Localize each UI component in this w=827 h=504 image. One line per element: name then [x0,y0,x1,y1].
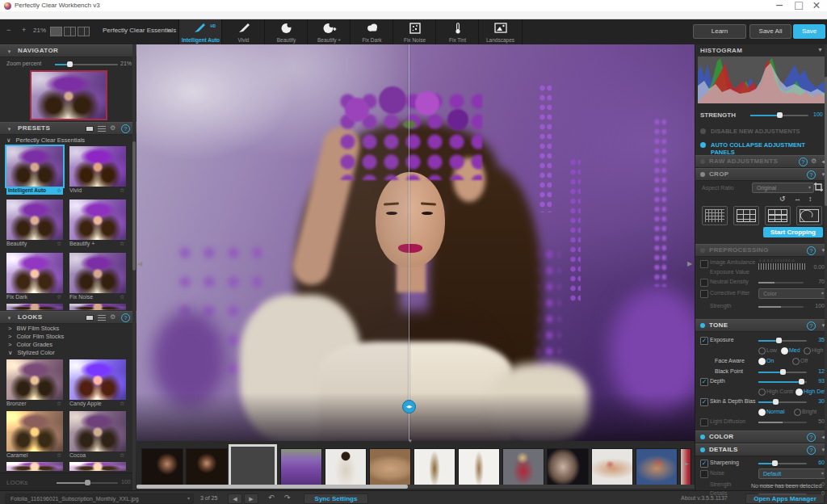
preset-thumb-partial[interactable] [6,304,63,310]
collapse-left-panel-icon[interactable]: ◀ [137,260,142,267]
star-icon[interactable]: ☆ [120,294,124,300]
disable-adjustments-toggle[interactable] [700,128,706,134]
preset-thumb-beautify[interactable] [6,200,63,240]
preset-label[interactable]: Beautify + [69,241,94,246]
gear-icon[interactable]: ⚙ [108,124,117,132]
filmstrip-thumb-13[interactable] [681,449,691,485]
looks-tree-colorfilm[interactable]: >Color Film Stocks [8,333,64,340]
look-thumb-caramel[interactable] [6,411,63,452]
preset-label-selected[interactable]: Intelligent Auto ☆ [6,187,63,195]
preset-label[interactable]: Beautify [6,241,27,246]
noise-dropdown[interactable]: Default▾ [758,468,827,479]
help-icon[interactable]: ? [807,246,816,255]
color-header[interactable]: COLOR ? ◀ [695,430,827,443]
skin-bias-checkbox[interactable]: ✓ [700,398,708,406]
star-icon[interactable]: ☆ [120,241,124,247]
exposure-slider[interactable] [758,340,807,342]
grid-overlay-spiral-button[interactable] [796,206,822,225]
collapse-icon[interactable]: ▼ [5,48,14,56]
crop-header[interactable]: CROP ? ▼ [695,168,827,181]
image-canvas[interactable]: ◀▶ [136,44,695,441]
star-icon[interactable]: ☆ [57,241,61,247]
high-contrast-radio[interactable] [758,388,766,396]
light-diffusion-checkbox[interactable] [700,418,708,426]
divider-handle[interactable]: ◀▶ [402,400,416,414]
grid-overlay-grid-button[interactable] [765,206,791,225]
raw-adjustments-header[interactable]: RAW ADJUSTMENTS ? ⚙ ◀ [695,155,827,168]
preset-beautify-plus[interactable]: Beautify + [307,19,351,44]
preset-thumb-vivid[interactable] [69,146,126,187]
filmstrip-thumb-12[interactable] [636,449,677,485]
filmstrip-scroll-right-icon[interactable]: ▶ [685,460,689,466]
preset-fix-dark[interactable]: Fix Dark [350,19,393,44]
face-aware-off-label[interactable]: Off [800,358,808,363]
star-icon[interactable]: ☆ [120,401,124,407]
collapse-right-panel-icon[interactable]: ▶ [687,260,692,267]
look-thumb-candy-apple[interactable] [69,359,126,400]
save-all-button[interactable]: Save All [749,24,791,39]
filmstrip-thumb-11[interactable] [592,449,632,485]
filmstrip-thumb-5[interactable] [325,449,366,485]
exposure-high-radio[interactable] [804,347,811,355]
list-view-icon[interactable] [98,315,106,321]
noise-details-slider[interactable] [758,494,807,495]
look-label[interactable]: Caramel [6,452,27,458]
star-icon[interactable]: ☆ [57,187,61,194]
preset-dropdown[interactable]: Perfectly Clear Essentials [103,27,176,34]
preset-intelligent-auto[interactable]: HD Intelligent Auto [178,19,222,44]
high-contrast-label[interactable]: High Contr [766,388,793,394]
exposure-med-label[interactable]: Med [789,347,800,353]
filename-dropdown[interactable]: Fotolia_116196021_Subscription_Monthly_X… [5,494,194,504]
minimize-button[interactable]: − [770,0,788,10]
aspect-ratio-dropdown[interactable]: Original▾ [752,183,814,193]
help-icon[interactable]: ? [807,321,816,330]
sharpening-checkbox[interactable]: ✓ [700,460,708,468]
star-icon[interactable]: ☆ [57,401,61,407]
neutral-density-checkbox[interactable] [700,279,708,287]
looks-tree-colorgrades[interactable]: >Color Grades [8,341,52,348]
tone-header[interactable]: TONE ? ▼ [695,319,827,332]
maximize-button[interactable]: □ [790,0,808,10]
left-scrollbar[interactable] [132,44,136,490]
preset-thumb-intelligent-auto[interactable] [6,146,63,187]
view-single-button[interactable] [50,27,62,36]
star-icon[interactable]: ☆ [57,294,61,300]
help-icon[interactable]: ? [121,313,130,322]
grid-view-icon[interactable] [86,126,94,132]
view-sidebyside-button[interactable] [78,27,90,36]
light-diffusion-slider[interactable] [758,422,807,423]
rotate-icon[interactable]: ↺ [779,195,786,203]
filmstrip-thumb-6[interactable] [370,449,410,485]
filmstrip-thumb-10[interactable] [548,449,588,485]
face-aware-on-radio[interactable] [758,358,766,365]
preset-fix-noise[interactable]: Fix Noise [393,19,436,44]
help-icon[interactable]: ? [807,170,816,179]
grid-view-icon[interactable] [86,315,94,321]
navigator-thumbnail[interactable] [30,70,107,120]
star-icon[interactable]: ☆ [120,452,124,459]
grid-overlay-fine-button[interactable] [702,206,728,225]
redo-icon[interactable]: ↷ [284,494,291,502]
filmstrip-thumb-9[interactable] [503,449,544,485]
filmstrip-thumb-8[interactable] [459,449,499,485]
navigator-header[interactable]: ▼ NAVIGATOR [0,44,136,57]
high-def-label[interactable]: High Def [804,388,825,394]
help-icon[interactable]: ? [807,433,816,442]
neutral-density-slider[interactable] [758,282,804,284]
sharpening-slider[interactable] [758,463,807,464]
face-aware-off-radio[interactable] [792,358,800,365]
about-version[interactable]: About v.3.5.5.1137 [681,495,728,501]
exposure-low-radio[interactable] [758,347,766,355]
high-def-radio[interactable] [796,388,803,396]
crop-tool-icon[interactable] [814,183,823,191]
corrective-filter-checkbox[interactable] [700,290,708,298]
depth-slider[interactable] [758,381,807,383]
preset-group-row[interactable]: ∨ Perfectly Clear Essentials [6,136,85,144]
help-icon[interactable]: ? [121,124,130,133]
view-split-button[interactable] [64,27,76,36]
corrective-filter-dropdown[interactable]: Color▾ [758,288,827,299]
normal-label[interactable]: Normal [766,409,785,414]
auto-collapse-toggle[interactable] [700,142,706,148]
strength-slider[interactable] [750,115,808,116]
prev-image-button[interactable]: ◀ [228,494,242,504]
